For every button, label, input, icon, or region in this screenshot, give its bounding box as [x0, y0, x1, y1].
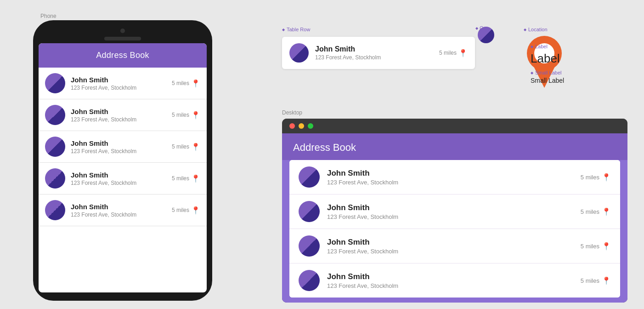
phone-app-header: Address Book	[39, 43, 207, 68]
phone-contact-name: John Smith	[71, 139, 166, 147]
desktop-header-title: Address Book	[293, 142, 616, 154]
phone-contact-distance: 5 miles 📍	[172, 111, 200, 120]
phone-contact-avatar	[45, 73, 65, 93]
titlebar-dot-yellow	[299, 123, 304, 129]
desktop-contact-row[interactable]: John Smith 123 Forest Ave, Stockholm 5 m…	[289, 195, 620, 229]
table-row-address: 123 Forest Ave, Stockholm	[315, 54, 433, 61]
desktop-contact-distance: 5 miles 📍	[581, 276, 611, 285]
desktop-contact-address: 123 Forest Ave, Stockholm	[327, 248, 573, 255]
table-row-component: John Smith 123 Forest Ave, Stockholm 5 m…	[282, 37, 475, 69]
phone-contact-list: John Smith 123 Forest Ave, Stockholm 5 m…	[39, 68, 207, 292]
phone-contact-info: John Smith 123 Forest Ave, Stockholm	[71, 76, 166, 91]
phone-contact-address: 123 Forest Ave, Stockholm	[71, 180, 166, 186]
phone-pin-icon: 📍	[191, 143, 200, 151]
phone-contact-name: John Smith	[71, 171, 166, 179]
desktop-contact-name: John Smith	[327, 272, 573, 281]
phone-pin-icon: 📍	[191, 206, 200, 215]
desktop-frame: Address Book John Smith 123 Forest Ave, …	[282, 119, 627, 303]
desktop-card: John Smith 123 Forest Ave, Stockholm 5 m…	[289, 160, 620, 298]
desktop-pin-icon: 📍	[602, 173, 611, 182]
desktop-contact-address: 123 Forest Ave, Stockholm	[327, 282, 573, 289]
desktop-label: Desktop	[282, 109, 302, 116]
phone-pin-icon: 📍	[191, 174, 200, 183]
phone-contact-info: John Smith 123 Forest Ave, Stockholm	[71, 171, 166, 186]
desktop-screen: Address Book John Smith 123 Forest Ave, …	[282, 133, 627, 303]
table-row-pin-icon: 📍	[458, 49, 468, 57]
phone-contact-address: 123 Forest Ave, Stockholm	[71, 212, 166, 218]
desktop-contact-name: John Smith	[327, 238, 573, 247]
desktop-contact-row[interactable]: John Smith 123 Forest Ave, Stockholm 5 m…	[289, 263, 620, 298]
desktop-contact-distance: 5 miles 📍	[581, 173, 611, 182]
phone-contact-avatar	[45, 105, 65, 125]
phone-contact-avatar	[45, 200, 65, 220]
location-label-tag: Location	[524, 27, 565, 32]
phone-contact-name: John Smith	[71, 108, 166, 115]
titlebar-dot-green	[308, 123, 313, 129]
table-row-avatar	[289, 43, 309, 63]
phone-contact-info: John Smith 123 Forest Ave, Stockholm	[71, 203, 166, 218]
desktop-contact-distance: 5 miles 📍	[581, 242, 611, 251]
phone-contact-distance: 5 miles 📍	[172, 206, 200, 215]
phone-contact-info: John Smith 123 Forest Ave, Stockholm	[71, 139, 166, 154]
titlebar-dot-red	[289, 123, 295, 129]
table-row-name: John Smith	[315, 45, 433, 53]
phone-contact-row[interactable]: John Smith 123 Forest Ave, Stockholm 5 m…	[39, 131, 207, 163]
desktop-contact-avatar	[299, 201, 320, 222]
phone-speaker	[104, 37, 141, 40]
desktop-contact-name: John Smith	[327, 203, 573, 212]
phone-contact-row[interactable]: John Smith 123 Forest Ave, Stockholm 5 m…	[39, 195, 207, 226]
phone-contact-row[interactable]: John Smith 123 Forest Ave, Stockholm 5 m…	[39, 68, 207, 99]
phone-screen: Address Book John Smith 123 Forest Ave, …	[39, 43, 207, 292]
label-component-text: Label	[531, 52, 560, 66]
desktop-pin-icon: 📍	[602, 207, 611, 216]
desktop-app-header: Address Book	[282, 133, 627, 160]
table-row-info: John Smith 123 Forest Ave, Stockholm	[315, 45, 433, 61]
phone-header-title: Address Book	[46, 51, 199, 60]
desktop-content: John Smith 123 Forest Ave, Stockholm 5 m…	[282, 160, 627, 303]
table-row-distance: 5 miles 📍	[439, 49, 468, 57]
phone-contact-row[interactable]: John Smith 123 Forest Ave, Stockholm 5 m…	[39, 99, 207, 131]
phone-contact-info: John Smith 123 Forest Ave, Stockholm	[71, 108, 166, 123]
svg-marker-2	[533, 65, 556, 88]
phone-pin-icon: 📍	[191, 79, 200, 88]
phone-contact-address: 123 Forest Ave, Stockholm	[71, 85, 166, 91]
small-label-component-tag: Small Label	[531, 70, 561, 75]
phone-contact-row[interactable]: John Smith 123 Forest Ave, Stockholm 5 m…	[39, 163, 207, 195]
desktop-contact-info: John Smith 123 Forest Ave, Stockholm	[327, 272, 573, 289]
desktop-contact-info: John Smith 123 Forest Ave, Stockholm	[327, 203, 573, 220]
phone-pin-icon: 📍	[191, 111, 200, 120]
phone-contact-distance: 5 miles 📍	[172, 79, 200, 88]
phone-camera	[120, 29, 125, 33]
small-avatar	[478, 27, 494, 43]
desktop-contact-avatar	[299, 235, 320, 257]
desktop-contact-row[interactable]: John Smith 123 Forest Ave, Stockholm 5 m…	[289, 160, 620, 195]
desktop-contact-address: 123 Forest Ave, Stockholm	[327, 179, 573, 186]
label-component-tag: Label	[531, 44, 548, 49]
desktop-titlebar	[282, 119, 627, 133]
phone-contact-avatar	[45, 137, 65, 157]
phone-contact-address: 123 Forest Ave, Stockholm	[71, 148, 166, 154]
desktop-contact-distance: 5 miles 📍	[581, 207, 611, 216]
phone-contact-distance: 5 miles 📍	[172, 174, 200, 183]
desktop-contact-name: John Smith	[327, 169, 573, 178]
desktop-pin-icon: 📍	[602, 242, 611, 251]
small-label-component-text: Small Label	[531, 77, 564, 84]
phone-contact-avatar	[45, 168, 65, 189]
desktop-pin-icon: 📍	[602, 276, 611, 285]
desktop-contact-info: John Smith 123 Forest Ave, Stockholm	[327, 238, 573, 255]
desktop-contact-address: 123 Forest Ave, Stockholm	[327, 213, 573, 220]
desktop-contact-info: John Smith 123 Forest Ave, Stockholm	[327, 169, 573, 186]
phone-contact-address: 123 Forest Ave, Stockholm	[71, 116, 166, 123]
phone-contact-distance: 5 miles 📍	[172, 143, 200, 151]
phone-contact-name: John Smith	[71, 203, 166, 211]
desktop-contact-row[interactable]: John Smith 123 Forest Ave, Stockholm 5 m…	[289, 229, 620, 263]
phone-label: Phone	[40, 13, 56, 19]
desktop-contact-avatar	[299, 166, 320, 188]
desktop-contact-avatar	[299, 270, 320, 291]
phone-contact-name: John Smith	[71, 76, 166, 84]
table-row-label: Table Row	[282, 27, 310, 32]
phone-frame: Address Book John Smith 123 Forest Ave, …	[33, 20, 212, 301]
